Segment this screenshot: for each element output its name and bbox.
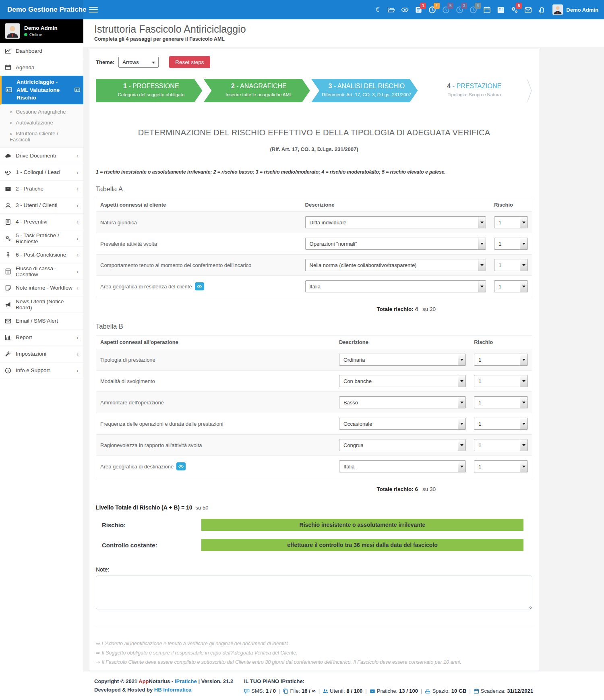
sidebar-item-agenda[interactable]: Agenda xyxy=(0,59,83,76)
sidebar-item-6-post-conclusione[interactable]: 6 - Post-Conclusione‹ xyxy=(0,247,83,263)
select-arrow-button[interactable] xyxy=(478,281,486,292)
description-select[interactable]: Basso xyxy=(339,396,466,408)
sidebar-item-label: 3 - Utenti / Clienti xyxy=(16,202,58,208)
sidebar-subitem-istruttoria-cliente-fascicoli[interactable]: »Istruttoria Cliente / Fascicoli xyxy=(0,128,83,145)
app-brand[interactable]: Demo Gestione Pratiche xyxy=(0,0,83,19)
sidebar-item-info-e-support[interactable]: Info e Support‹ xyxy=(0,362,83,379)
sidebar-item-impostazioni[interactable]: Impostazioni‹ xyxy=(0,346,83,362)
sidebar-item-3-utenti-clienti[interactable]: 3 - Utenti / Clienti‹ xyxy=(0,197,83,214)
sidebar-item-drive-documenti[interactable]: Drive Documenti‹ xyxy=(0,148,83,164)
description-select[interactable]: Italia xyxy=(305,280,486,292)
gears-icon[interactable]: 5 xyxy=(510,6,519,14)
sidebar-item-antiriciclaggio-aml-valutazione-rischio[interactable]: Antiriciclaggio - AML Valutazione Rischi… xyxy=(0,76,83,105)
table-row: Tipologia di prestazione Ordinaria 1 xyxy=(96,349,532,371)
sidebar-user-panel: Demo Admin Online xyxy=(0,19,83,43)
select-arrow-button[interactable] xyxy=(520,397,527,408)
calendar-icon[interactable] xyxy=(483,6,491,14)
sidebar-subitem-autovalutazione[interactable]: »Autovalutazione xyxy=(0,117,83,128)
select-arrow-button[interactable] xyxy=(520,238,527,249)
select-arrow-button[interactable] xyxy=(458,397,465,408)
clock-icon[interactable]: 3 xyxy=(455,6,464,14)
angle-double-right-icon: » xyxy=(10,109,12,115)
sidebar-item-note-interne-workflow[interactable]: Note interne - Workflow‹ xyxy=(0,280,83,296)
wizard-step-2[interactable]: 2 - ANAGRAFICHE Inserire tutte le anagra… xyxy=(204,79,310,102)
sidebar-item-dashboard[interactable]: Dashboard xyxy=(0,43,83,59)
note-textarea[interactable] xyxy=(96,576,532,609)
wizard-step-1[interactable]: 1 - PROFESSIONE Categoria del soggetto o… xyxy=(96,79,203,102)
sidebar-item-report[interactable]: Report‹ xyxy=(0,329,83,346)
brand-notarius[interactable]: Notarius xyxy=(149,678,170,684)
hand-icon[interactable] xyxy=(538,6,546,14)
description-select[interactable]: Nella norma (cliente collaborativo/trasp… xyxy=(305,259,486,271)
select-arrow-button[interactable] xyxy=(520,354,527,365)
description-select[interactable]: Occasionale xyxy=(339,418,466,430)
sidebar-subitem-gestione-anagrafiche[interactable]: »Gestione Anagrafiche xyxy=(0,106,83,117)
risk-select[interactable]: 1 xyxy=(474,354,528,366)
clock-alert-icon[interactable]: ! xyxy=(428,6,436,14)
hb-informatica-link[interactable]: HB Informatica xyxy=(154,687,191,693)
description-select[interactable]: Ditta individuale xyxy=(305,216,486,228)
aspect-label: Area geografica di destinazione xyxy=(96,456,335,477)
pin-icon xyxy=(5,252,12,258)
select-arrow-button[interactable] xyxy=(520,217,527,228)
notification-badge: 5 xyxy=(447,3,453,9)
eye-preview-button[interactable] xyxy=(195,282,204,290)
risk-select[interactable]: 1 xyxy=(474,396,528,408)
select-arrow-button[interactable] xyxy=(520,439,527,451)
select-arrow-button[interactable] xyxy=(520,375,527,387)
navbar-user-menu[interactable]: Demo Admin xyxy=(552,4,598,15)
risk-result-label: Rischio: xyxy=(96,522,201,528)
sidebar-item-email-sms-alert[interactable]: Email / SMS Alert xyxy=(0,313,83,329)
sidebar-item-news-utenti-notice-board[interactable]: News Utenti (Notice Board) xyxy=(0,296,83,313)
description-select[interactable]: Congrua xyxy=(339,439,466,451)
risk-select[interactable]: 1 xyxy=(494,216,528,228)
calendar-grid-icon[interactable] xyxy=(496,6,505,14)
euro-icon[interactable]: € xyxy=(373,6,382,14)
info-icon xyxy=(5,367,12,374)
select-arrow-button[interactable] xyxy=(458,439,465,451)
sidebar-item-4-preventivi[interactable]: 4 - Preventivi‹ xyxy=(0,214,83,230)
wrench-icon xyxy=(5,351,12,357)
risk-select[interactable]: 1 xyxy=(494,259,528,271)
eye-preview-button[interactable] xyxy=(176,462,186,470)
clock-icon[interactable]: 5 xyxy=(442,6,450,14)
select-arrow-button[interactable] xyxy=(520,281,527,292)
sidebar-toggle-icon[interactable] xyxy=(89,5,98,14)
select-arrow-button[interactable] xyxy=(458,375,465,387)
reset-steps-button[interactable]: Reset steps xyxy=(169,56,210,68)
select-arrow-button[interactable] xyxy=(478,238,486,249)
select-arrow-button[interactable] xyxy=(458,354,465,365)
select-arrow-button[interactable] xyxy=(520,418,527,429)
sidebar-item-1-colloqui-lead[interactable]: 1 - Colloqui / Lead‹ xyxy=(0,164,83,181)
risk-select[interactable]: 1 xyxy=(474,439,528,451)
folder-open-icon[interactable] xyxy=(387,6,395,14)
column-header: Aspetti connessi all'operazione xyxy=(96,336,335,349)
description-select[interactable]: Operazioni "normali" xyxy=(305,238,486,250)
description-select[interactable]: Con banche xyxy=(339,375,466,387)
risk-select[interactable]: 1 xyxy=(494,280,528,292)
sidebar-item-flusso-di-cassa-cashflow[interactable]: Flusso di cassa - Cashflow‹ xyxy=(0,263,83,280)
newspaper-icon[interactable]: 1 xyxy=(414,6,423,14)
envelope-icon[interactable] xyxy=(524,6,532,14)
risk-select[interactable]: 1 xyxy=(494,238,528,250)
risk-select[interactable]: 1 xyxy=(474,460,528,472)
notification-badge: 1 xyxy=(420,3,426,9)
wizard-step-3[interactable]: 3 - ANALISI DEL RISCHIO Riferimenti: Art… xyxy=(311,79,418,102)
ipratiche-link[interactable]: iPratiche xyxy=(175,678,197,684)
select-arrow-button[interactable] xyxy=(520,461,527,472)
select-arrow-button[interactable] xyxy=(478,259,486,271)
sidebar-item-2-pratiche[interactable]: 2 - Pratiche‹ xyxy=(0,181,83,197)
select-arrow-button[interactable] xyxy=(458,418,465,429)
select-arrow-button[interactable] xyxy=(520,259,527,271)
wizard-step-4[interactable]: 4 - PRESTAZIONE Tipologia, Scopo e Natur… xyxy=(419,79,526,102)
risk-select[interactable]: 1 xyxy=(474,375,528,387)
clock-icon[interactable]: 5 xyxy=(469,6,478,14)
sidebar-item-5-task-pratiche-richieste[interactable]: 5 - Task Pratiche / Richieste‹ xyxy=(0,230,83,247)
description-select[interactable]: Ordinaria xyxy=(339,354,466,366)
eye-icon[interactable] xyxy=(401,6,409,14)
select-arrow-button[interactable] xyxy=(478,217,486,228)
risk-select[interactable]: 1 xyxy=(474,418,528,430)
select-arrow-button[interactable] xyxy=(458,461,465,472)
description-select[interactable]: Italia xyxy=(339,460,466,472)
theme-select[interactable]: Arrows xyxy=(118,57,159,68)
